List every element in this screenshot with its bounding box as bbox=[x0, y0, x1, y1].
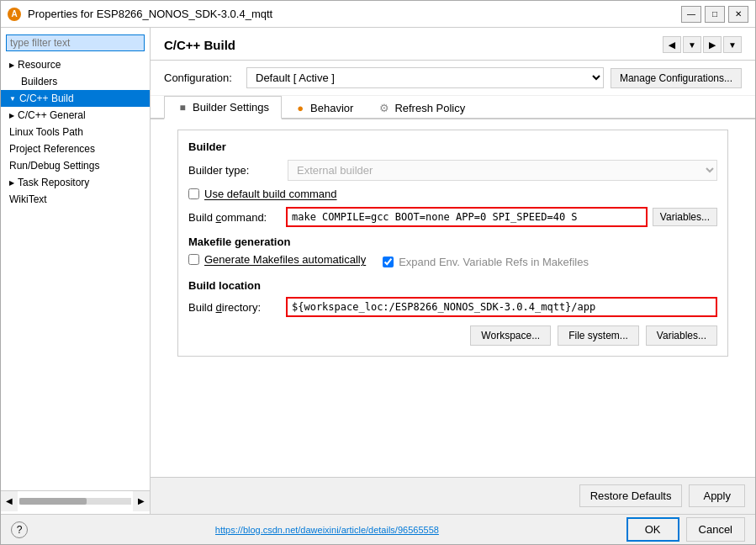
sidebar-item-project-refs[interactable]: Project References bbox=[1, 140, 150, 157]
tab-behavior[interactable]: ● Behavior bbox=[282, 97, 366, 119]
close-button[interactable]: ✕ bbox=[728, 6, 748, 23]
builder-settings-icon: ■ bbox=[177, 102, 188, 114]
config-row: Configuration: Default [ Active ] Manage… bbox=[151, 61, 755, 96]
build-cmd-row: Build command: Variables... bbox=[188, 207, 717, 227]
sidebar-item-builders[interactable]: Builders bbox=[1, 73, 150, 90]
nav-back-arrow[interactable]: ▼ bbox=[683, 36, 701, 53]
sidebar-item-label: Project References bbox=[9, 143, 95, 155]
window-controls: — □ ✕ bbox=[681, 6, 748, 23]
sidebar-item-label: C/C++ Build bbox=[19, 93, 74, 104]
nav-forward-arrow[interactable]: ▼ bbox=[723, 36, 742, 53]
generate-makefiles-checkbox[interactable] bbox=[188, 254, 199, 265]
nav-buttons: ◀ ▼ ▶ ▼ bbox=[663, 36, 742, 53]
sidebar-item-label: Linux Tools Path bbox=[9, 126, 83, 138]
build-cmd-variables-button[interactable]: Variables... bbox=[653, 208, 717, 226]
sidebar-item-label: Builders bbox=[21, 76, 57, 87]
help-button[interactable]: ? bbox=[11, 521, 28, 538]
build-dir-input[interactable] bbox=[286, 297, 717, 317]
content-header: C/C++ Build ◀ ▼ ▶ ▼ bbox=[151, 28, 755, 61]
nav-forward-button[interactable]: ▶ bbox=[703, 36, 722, 53]
panel-content: Builder Builder type: External builder U… bbox=[151, 119, 755, 477]
sidebar-search-input[interactable] bbox=[6, 34, 145, 51]
refresh-policy-icon: ⚙ bbox=[378, 102, 390, 114]
build-dir-label: Build directory: bbox=[188, 301, 281, 314]
sidebar-item-label: Resource bbox=[18, 59, 61, 71]
cancel-button[interactable]: Cancel bbox=[686, 517, 745, 542]
minimize-button[interactable]: — bbox=[681, 6, 701, 23]
footer-buttons: OK Cancel bbox=[626, 517, 745, 542]
app-icon: A bbox=[8, 8, 21, 21]
sidebar-item-label: Run/Debug Settings bbox=[9, 160, 99, 172]
generate-makefiles-row: Generate Makefiles automatically bbox=[188, 253, 366, 266]
manage-configurations-button[interactable]: Manage Configurations... bbox=[611, 68, 742, 88]
bottom-bar: Restore Defaults Apply bbox=[151, 477, 755, 514]
dialog-title: Properties for ESP8266_NONOS_SDK-3.0.4_m… bbox=[28, 8, 681, 20]
sidebar-item-task-repo[interactable]: Task Repository bbox=[1, 174, 150, 191]
scroll-left-button[interactable]: ◀ bbox=[1, 491, 18, 511]
use-default-checkbox[interactable] bbox=[188, 188, 199, 199]
builder-type-label: Builder type: bbox=[188, 164, 281, 177]
use-default-label: Use default build command bbox=[204, 188, 337, 200]
config-label: Configuration: bbox=[164, 71, 240, 84]
main-area: Resource Builders C/C++ Build C/C++ Gene… bbox=[1, 28, 755, 514]
inner-panel: Builder Builder type: External builder U… bbox=[177, 130, 728, 357]
nav-back-button[interactable]: ◀ bbox=[663, 36, 681, 53]
dir-variables-button[interactable]: Variables... bbox=[646, 325, 717, 346]
tab-builder-settings-label: Builder Settings bbox=[193, 101, 269, 114]
title-bar: A Properties for ESP8266_NONOS_SDK-3.0.4… bbox=[1, 1, 755, 28]
sidebar-item-label: WikiText bbox=[9, 193, 47, 205]
restore-defaults-button[interactable]: Restore Defaults bbox=[579, 484, 683, 507]
build-dir-row: Build directory: bbox=[188, 297, 717, 317]
tabs-row: ■ Builder Settings ● Behavior ⚙ Refresh … bbox=[151, 96, 755, 119]
builder-type-select[interactable]: External builder bbox=[288, 160, 717, 181]
ok-button[interactable]: OK bbox=[626, 517, 679, 542]
apply-button[interactable]: Apply bbox=[689, 484, 745, 507]
footer-bar: ? https://blog.csdn.net/daweixini/articl… bbox=[1, 514, 755, 544]
build-dir-buttons: Workspace... File system... Variables... bbox=[188, 325, 717, 346]
properties-dialog: A Properties for ESP8266_NONOS_SDK-3.0.4… bbox=[0, 0, 756, 545]
sidebar-item-cpp-build[interactable]: C/C++ Build bbox=[1, 90, 150, 107]
tab-builder-settings[interactable]: ■ Builder Settings bbox=[164, 96, 282, 119]
build-cmd-input[interactable] bbox=[286, 207, 648, 227]
footer-link: https://blog.csdn.net/daweixini/article/… bbox=[215, 525, 439, 535]
behavior-icon: ● bbox=[294, 102, 306, 114]
build-location-title: Build location bbox=[188, 279, 717, 292]
sidebar-item-cpp-general[interactable]: C/C++ General bbox=[1, 107, 150, 124]
sidebar-item-resource[interactable]: Resource bbox=[1, 56, 150, 73]
tab-behavior-label: Behavior bbox=[310, 102, 353, 114]
builder-section-title: Builder bbox=[188, 140, 717, 153]
tab-refresh-policy[interactable]: ⚙ Refresh Policy bbox=[366, 97, 478, 119]
sidebar-scrollbar: ◀ ▶ bbox=[1, 490, 150, 511]
sidebar-item-run-debug[interactable]: Run/Debug Settings bbox=[1, 157, 150, 174]
tab-refresh-policy-label: Refresh Policy bbox=[394, 102, 465, 114]
content-area: C/C++ Build ◀ ▼ ▶ ▼ Configuration: Defau… bbox=[151, 28, 755, 514]
filesystem-button[interactable]: File system... bbox=[558, 325, 639, 346]
use-default-checkbox-row: Use default build command bbox=[188, 188, 717, 200]
sidebar: Resource Builders C/C++ Build C/C++ Gene… bbox=[1, 28, 151, 514]
maximize-button[interactable]: □ bbox=[705, 6, 725, 23]
builder-type-row: Builder type: External builder bbox=[188, 160, 717, 181]
content-title: C/C++ Build bbox=[164, 38, 235, 52]
config-select[interactable]: Default [ Active ] bbox=[246, 67, 604, 88]
generate-makefiles-label: Generate Makefiles automatically bbox=[204, 253, 366, 266]
workspace-button[interactable]: Workspace... bbox=[470, 325, 551, 346]
sidebar-item-linux-tools[interactable]: Linux Tools Path bbox=[1, 124, 150, 140]
sidebar-item-wikitext[interactable]: WikiText bbox=[1, 191, 150, 208]
sidebar-item-label: Task Repository bbox=[18, 177, 89, 188]
expand-env-row: Expand Env. Variable Refs in Makefiles bbox=[383, 256, 589, 268]
scroll-right-button[interactable]: ▶ bbox=[133, 491, 150, 511]
build-cmd-label: Build command: bbox=[188, 211, 281, 224]
scroll-track bbox=[19, 498, 131, 505]
sidebar-item-label: C/C++ General bbox=[18, 109, 86, 121]
expand-env-label: Expand Env. Variable Refs in Makefiles bbox=[399, 256, 589, 268]
bottom-buttons: Restore Defaults Apply bbox=[579, 484, 745, 507]
makefile-section-title: Makefile generation bbox=[188, 235, 717, 248]
expand-env-checkbox[interactable] bbox=[383, 257, 394, 267]
